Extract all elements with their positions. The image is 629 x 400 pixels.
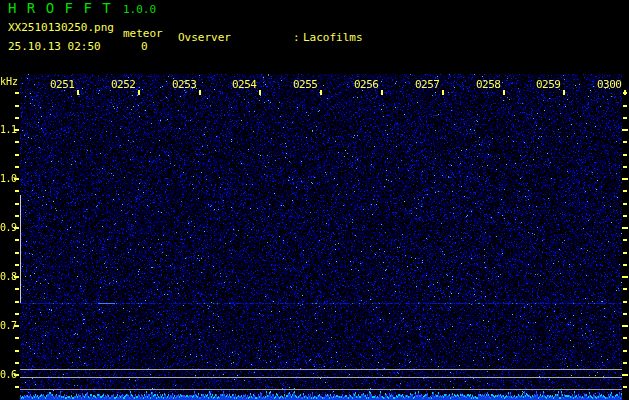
- freq-minor-tick-right: [623, 288, 627, 290]
- freq-tick-label: 0.8: [0, 271, 14, 283]
- freq-minor-tick-left: [15, 313, 19, 315]
- freq-major-tick-right: [622, 227, 628, 229]
- freq-major-tick-left: [14, 374, 19, 376]
- freq-minor-tick-left: [15, 362, 19, 364]
- freq-minor-tick-right: [623, 264, 627, 266]
- freq-tick-label: 0.7: [0, 320, 14, 332]
- hrofft-window: H R O F F T 1.0.0 XX2510130250.png meteo…: [0, 0, 629, 400]
- freq-minor-tick-right: [623, 301, 627, 303]
- info-row-observer: Ovserver:Lacofilms: [178, 31, 455, 45]
- freq-minor-tick-right: [623, 215, 627, 217]
- freq-minor-tick-right: [623, 337, 627, 339]
- freq-minor-tick-left: [15, 92, 19, 94]
- freq-minor-tick-left: [15, 141, 19, 143]
- freq-major-tick-left: [14, 325, 19, 327]
- freq-minor-tick-left: [15, 190, 19, 192]
- freq-minor-tick-right: [623, 105, 627, 107]
- freq-minor-tick-right: [623, 92, 627, 94]
- freq-minor-tick-right: [623, 203, 627, 205]
- freq-major-tick-right: [622, 276, 628, 278]
- info-label: Ovserver: [178, 31, 293, 45]
- freq-tick-label: 0.9: [0, 222, 14, 234]
- info-separator: :: [293, 31, 303, 45]
- observation-datetime: 25.10.13 02:50: [8, 41, 101, 53]
- freq-minor-tick-right: [623, 166, 627, 168]
- freq-minor-tick-right: [623, 252, 627, 254]
- spectrogram-canvas: [20, 74, 622, 400]
- freq-major-tick-left: [14, 129, 19, 131]
- freq-minor-tick-left: [15, 386, 19, 388]
- freq-minor-tick-right: [623, 141, 627, 143]
- freq-minor-tick-left: [15, 105, 19, 107]
- freq-minor-tick-right: [623, 190, 627, 192]
- freq-major-tick-right: [622, 374, 628, 376]
- freq-minor-tick-right: [623, 350, 627, 352]
- observation-mode: meteor: [123, 28, 163, 40]
- freq-minor-tick-left: [15, 350, 19, 352]
- freq-minor-tick-right: [623, 362, 627, 364]
- time-tick-mark: [624, 90, 626, 95]
- freq-major-tick-left: [14, 276, 19, 278]
- echo-count: 0: [141, 41, 148, 53]
- freq-minor-tick-right: [623, 239, 627, 241]
- freq-minor-tick-right: [623, 313, 627, 315]
- info-value: Lacofilms: [303, 31, 363, 45]
- freq-minor-tick-left: [15, 264, 19, 266]
- freq-tick-label: 0.6: [0, 369, 14, 381]
- freq-minor-tick-left: [15, 288, 19, 290]
- freq-minor-tick-right: [623, 154, 627, 156]
- freq-tick-label: 1.0: [0, 173, 14, 185]
- freq-minor-tick-left: [15, 166, 19, 168]
- freq-minor-tick-left: [15, 117, 19, 119]
- freq-axis-unit-label: kHz: [0, 76, 18, 88]
- app-version: 1.0.0: [123, 4, 156, 16]
- freq-tick-label: 1.1: [0, 124, 14, 136]
- freq-major-tick-left: [14, 178, 19, 180]
- freq-minor-tick-left: [15, 154, 19, 156]
- freq-major-tick-left: [14, 227, 19, 229]
- output-filename: XX2510130250.png: [8, 22, 114, 34]
- freq-major-tick-right: [622, 178, 628, 180]
- freq-minor-tick-left: [15, 215, 19, 217]
- freq-minor-tick-left: [15, 337, 19, 339]
- freq-minor-tick-right: [623, 117, 627, 119]
- app-title: H R O F F T: [8, 2, 112, 15]
- freq-minor-tick-left: [15, 203, 19, 205]
- freq-minor-tick-left: [15, 301, 19, 303]
- freq-major-tick-right: [622, 129, 628, 131]
- freq-major-tick-right: [622, 325, 628, 327]
- freq-minor-tick-left: [15, 252, 19, 254]
- freq-minor-tick-left: [15, 239, 19, 241]
- freq-minor-tick-right: [623, 386, 627, 388]
